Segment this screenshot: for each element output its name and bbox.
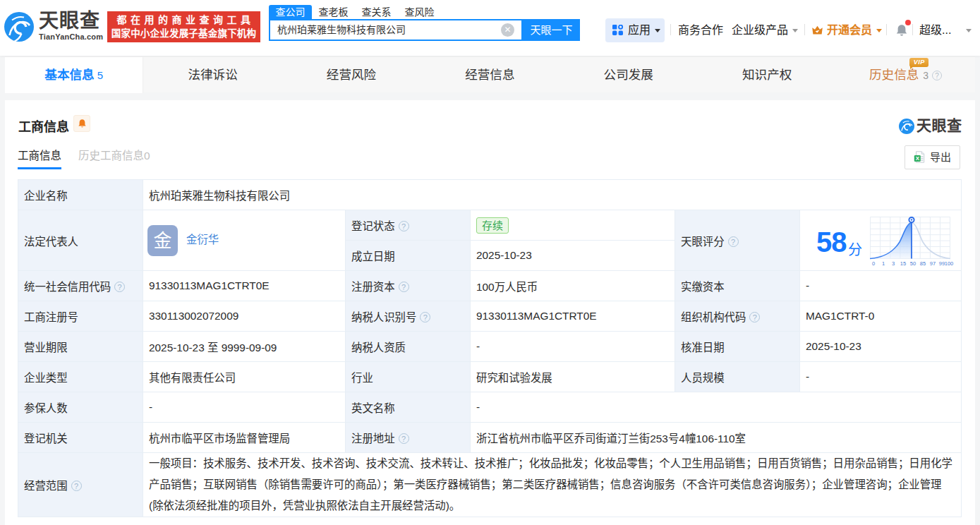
svg-text:100: 100 xyxy=(945,260,954,267)
svg-text:3: 3 xyxy=(892,260,895,267)
svg-text:1: 1 xyxy=(882,260,885,267)
svg-text:15: 15 xyxy=(900,260,906,267)
svg-text:85: 85 xyxy=(920,260,926,267)
svg-text:0: 0 xyxy=(872,260,875,267)
svg-text:97: 97 xyxy=(930,260,936,267)
svg-text:50: 50 xyxy=(910,260,916,267)
svg-text:X: X xyxy=(916,155,920,162)
